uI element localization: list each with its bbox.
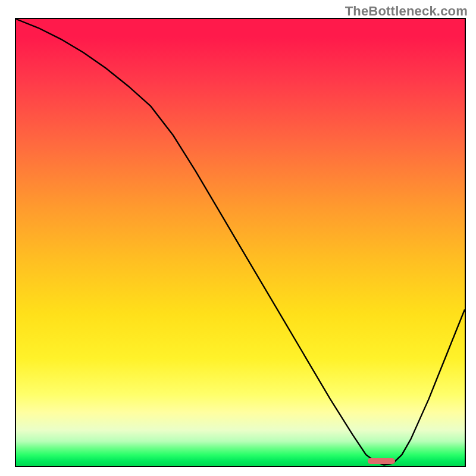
brand-watermark: TheBottleneck.com	[345, 4, 468, 19]
bottleneck-curve	[16, 19, 465, 466]
optimal-region-marker	[368, 458, 394, 464]
plot-area	[15, 18, 466, 467]
chart-container: TheBottleneck.com	[0, 0, 476, 476]
